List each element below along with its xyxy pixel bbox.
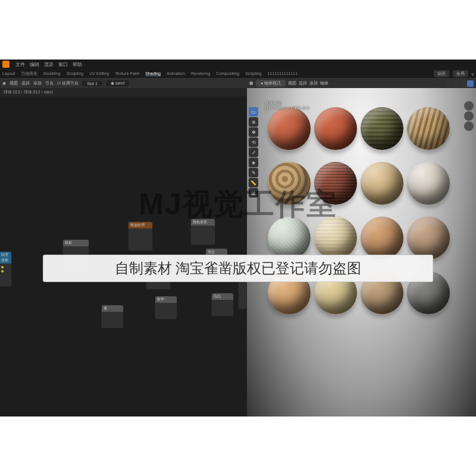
tool-measure-icon[interactable]: 📏 [249, 178, 258, 187]
node-mapping[interactable]: 映射 [62, 239, 89, 272]
node-math[interactable]: 数学 [155, 296, 177, 320]
node-noise2[interactable]: 噪波纹理 [146, 260, 171, 290]
menu-help[interactable]: 帮助 [73, 61, 82, 68]
tab-extra[interactable]: 1111111111111 [268, 71, 298, 76]
tab-scripting[interactable]: Scripting [245, 71, 261, 76]
tool-addcube-icon[interactable]: ▦ [249, 188, 258, 198]
menu-render[interactable]: 渲染 [44, 61, 54, 68]
tool-rotate-icon[interactable]: ⟲ [249, 137, 258, 147]
material-sphere[interactable] [314, 217, 357, 259]
material-sphere[interactable] [361, 217, 403, 259]
mode-selector[interactable]: ● 物体模式 [256, 80, 286, 87]
tool-transform-icon[interactable]: ◈ [249, 158, 258, 167]
tool-annotate-icon[interactable]: ✎ [249, 168, 258, 177]
viewport-overlay-text: 透视视图 (1) Collection | 球体.013 [265, 101, 309, 111]
viewport-header: ▦ ● 物体模式 视图 选择 添加 物体 [247, 79, 476, 88]
viewlayer-selector[interactable]: 全局 [453, 70, 468, 77]
nh-view[interactable]: 视图 [10, 80, 18, 86]
menu-edit[interactable]: 编辑 [30, 61, 39, 68]
zoom-gizmo-icon[interactable] [464, 111, 474, 121]
shade-rendered-icon[interactable] [467, 80, 474, 87]
nh-select[interactable]: 选择 [21, 80, 30, 86]
viewport-gizmos [464, 101, 474, 131]
vp-object[interactable]: 物体 [320, 80, 328, 86]
menubar: 文件 编辑 渲染 窗口 帮助 [0, 60, 476, 69]
material-selector[interactable]: ◉ sand [106, 80, 129, 86]
node-bsdf[interactable]: 原理化BSDF [238, 256, 247, 309]
node-texcoord[interactable]: 纹理坐标 [0, 251, 12, 287]
material-sphere[interactable] [268, 271, 311, 314]
tab-animation[interactable]: Animation [167, 71, 185, 76]
vp-editor-icon[interactable]: ▦ [249, 81, 253, 86]
material-sphere[interactable] [361, 271, 403, 314]
vp-select[interactable]: 选择 [299, 80, 307, 86]
node-value[interactable]: 值 [101, 305, 124, 328]
node-bump[interactable]: 凹凸 [211, 293, 234, 317]
letterbox-top [0, 0, 476, 60]
workspace-tabs: Layout 万物视觉 Modeling Sculpting UV Editin… [0, 69, 476, 79]
viewport-toolbar: ▭ ⊕ ✥ ⟲ ⤢ ◈ ✎ 📏 ▦ [249, 107, 258, 198]
node-noise1[interactable]: 噪波纹理 [128, 221, 153, 251]
scene-selector[interactable]: 场景 [434, 70, 449, 77]
shading-buttons [446, 80, 474, 87]
material-sphere[interactable] [407, 217, 450, 259]
node-editor-header: ◉ 视图 选择 添加 节点 ☑ 使用节点 Slot 1 ◉ sand [0, 79, 247, 88]
tab-rendering[interactable]: Rendering [191, 71, 210, 76]
use-nodes-toggle[interactable]: ☑ 使用节点 [57, 80, 79, 86]
material-sphere[interactable] [268, 107, 311, 150]
shade-wire-icon[interactable] [446, 80, 452, 87]
scene-controls: 场景 全局 v [434, 69, 474, 79]
tab-shading[interactable]: Shading [145, 71, 161, 76]
tab-uv[interactable]: UV Editing [89, 71, 109, 76]
shade-solid-icon[interactable] [453, 80, 459, 87]
breadcrumb: 球体.013 › 球体.013 › sand [0, 88, 247, 96]
material-sphere[interactable] [407, 271, 450, 314]
material-sphere[interactable] [314, 107, 357, 150]
node-wires [0, 96, 178, 186]
tab-custom[interactable]: 万物视觉 [21, 71, 37, 77]
material-sphere[interactable] [407, 162, 450, 205]
node-editor-panel: ◉ 视图 选择 添加 节点 ☑ 使用节点 Slot 1 ◉ sand 球体.01… [0, 79, 247, 416]
menu-file[interactable]: 文件 [15, 61, 25, 68]
blender-logo-icon[interactable] [2, 61, 10, 68]
dropdown-icon[interactable]: v [472, 72, 474, 76]
menu-window[interactable]: 窗口 [58, 61, 68, 68]
tool-select-icon[interactable]: ▭ [249, 107, 258, 117]
slot-selector[interactable]: Slot 1 [82, 81, 102, 86]
material-sphere[interactable] [268, 217, 311, 259]
main-split: ◉ 视图 选择 添加 节点 ☑ 使用节点 Slot 1 ◉ sand 球体.01… [0, 79, 476, 416]
shade-matprev-icon[interactable] [460, 80, 466, 87]
tool-scale-icon[interactable]: ⤢ [249, 148, 258, 157]
tool-move-icon[interactable]: ✥ [249, 127, 258, 137]
tab-sculpting[interactable]: Sculpting [66, 71, 83, 76]
tab-modeling[interactable]: Modeling [43, 71, 60, 76]
tool-cursor-icon[interactable]: ⊕ [249, 117, 258, 127]
material-sphere[interactable] [268, 162, 311, 205]
material-sphere[interactable] [314, 271, 357, 314]
nh-add[interactable]: 添加 [33, 80, 42, 86]
tab-compositing[interactable]: Compositing [216, 71, 239, 76]
viewport-3d[interactable]: 透视视图 (1) Collection | 球体.013 ▭ ⊕ ✥ ⟲ ⤢ ◈… [247, 88, 476, 416]
material-sphere[interactable] [407, 107, 450, 150]
vp-add[interactable]: 添加 [309, 80, 318, 86]
node-canvas[interactable]: 纹理坐标 映射 噪波纹理 噪波纹理 颜色渐变 [0, 96, 247, 416]
editor-type-icon[interactable]: ◉ [2, 81, 6, 86]
letterbox-bottom [0, 416, 476, 476]
material-sphere[interactable] [314, 162, 357, 205]
tab-layout[interactable]: Layout [2, 71, 15, 76]
node-colorramp[interactable]: 颜色渐变 [190, 218, 215, 245]
material-sphere[interactable] [361, 162, 403, 205]
node-mix[interactable]: 混合 [205, 248, 228, 281]
blender-window: 文件 编辑 渲染 窗口 帮助 Layout 万物视觉 Modeling Scul… [0, 60, 476, 416]
vp-view[interactable]: 视图 [288, 80, 296, 86]
material-sphere-grid [268, 107, 453, 326]
nh-node[interactable]: 节点 [45, 80, 54, 86]
material-sphere[interactable] [361, 107, 403, 150]
camera-gizmo-icon[interactable] [464, 121, 474, 131]
viewport-panel: ▦ ● 物体模式 视图 选择 添加 物体 透视视图 (1) Collection… [247, 79, 476, 416]
nav-gizmo-icon[interactable] [464, 101, 474, 111]
tab-texpaint[interactable]: Texture Paint [115, 71, 139, 76]
